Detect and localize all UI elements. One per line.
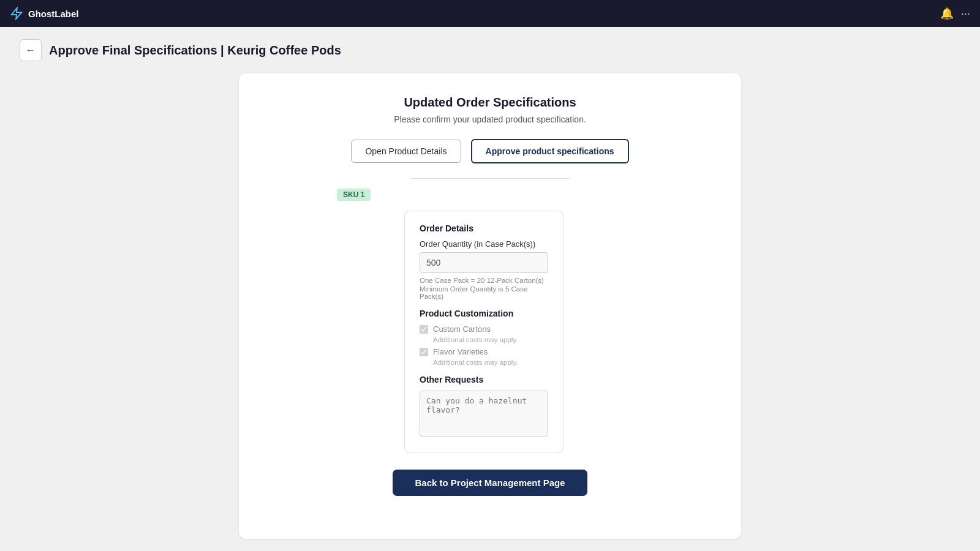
open-product-details-button[interactable]: Open Product Details xyxy=(351,140,461,163)
sku-form-wrapper: SKU 1 Order Details Order Quantity (in C… xyxy=(263,189,717,452)
order-details-section: Order Details Order Quantity (in Case Pa… xyxy=(420,223,548,300)
form-card: Order Details Order Quantity (in Case Pa… xyxy=(404,211,564,452)
product-customization-section: Product Customization Custom Cartons Add… xyxy=(420,309,548,366)
quantity-label: Order Quantity (in Case Pack(s)) xyxy=(420,239,548,249)
other-requests-title: Other Requests xyxy=(420,375,548,384)
bottom-row: Back to Project Management Page xyxy=(393,470,587,496)
top-navigation: GhostLabel 🔔 ··· xyxy=(0,0,980,27)
svg-marker-0 xyxy=(12,8,22,19)
main-card: Updated Order Specifications Please conf… xyxy=(239,73,741,539)
quantity-input[interactable] xyxy=(420,252,548,273)
nav-right-icons: 🔔 ··· xyxy=(940,7,970,20)
custom-cartons-checkbox xyxy=(420,325,428,334)
action-row: Open Product Details Approve product spe… xyxy=(351,139,628,163)
brand-name: GhostLabel xyxy=(28,9,79,19)
page-header: ← Approve Final Specifications | Keurig … xyxy=(20,39,960,61)
custom-cartons-label: Custom Cartons xyxy=(433,324,491,334)
bell-icon[interactable]: 🔔 xyxy=(940,7,954,20)
other-requests-section: Other Requests xyxy=(420,375,548,440)
brand-logo: GhostLabel xyxy=(10,7,79,20)
ghostlabel-logo-icon xyxy=(10,7,23,20)
flavor-varieties-row: Flavor Varieties xyxy=(420,347,548,356)
flavor-varieties-hint: Additional costs may apply. xyxy=(433,359,548,366)
other-requests-textarea[interactable] xyxy=(420,391,548,437)
flavor-varieties-checkbox xyxy=(420,348,428,356)
order-details-title: Order Details xyxy=(420,223,548,233)
custom-cartons-hint: Additional costs may apply. xyxy=(433,336,548,343)
page-body: ← Approve Final Specifications | Keurig … xyxy=(0,27,980,551)
divider xyxy=(410,178,570,179)
back-to-project-button[interactable]: Back to Project Management Page xyxy=(393,470,587,496)
approve-specifications-button[interactable]: Approve product specifications xyxy=(471,139,629,163)
more-icon[interactable]: ··· xyxy=(961,7,970,20)
back-button[interactable]: ← xyxy=(20,39,42,61)
custom-cartons-row: Custom Cartons xyxy=(420,324,548,334)
card-subtitle: Please confirm your updated product spec… xyxy=(394,114,586,124)
customization-title: Product Customization xyxy=(420,309,548,318)
hint-minimum-order: Minimum Order Quantity is 5 Case Pack(s) xyxy=(420,285,548,300)
page-title: Approve Final Specifications | Keurig Co… xyxy=(49,43,341,58)
flavor-varieties-label: Flavor Varieties xyxy=(433,347,488,356)
card-title: Updated Order Specifications xyxy=(404,96,576,110)
sku-badge: SKU 1 xyxy=(337,189,371,201)
hint-case-pack: One Case Pack = 20 12-Pack Carton(s) xyxy=(420,277,548,284)
